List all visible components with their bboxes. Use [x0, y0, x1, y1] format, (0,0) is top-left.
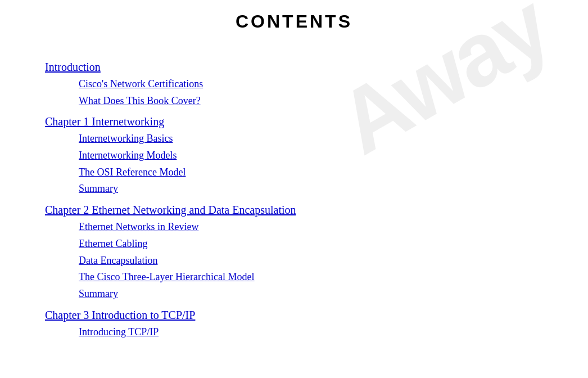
- toc-item-data-encapsulation[interactable]: Data Encapsulation: [45, 253, 543, 269]
- toc-item-ethernet-networks-in-review[interactable]: Ethernet Networks in Review: [45, 219, 543, 236]
- toc-item-cisco-three-layer[interactable]: The Cisco Three-Layer Hierarchical Model: [45, 269, 543, 286]
- page-title: CONTENTS: [45, 11, 543, 32]
- toc-item-internetworking-basics[interactable]: Internetworking Basics: [45, 130, 543, 147]
- toc-item-introducing-tcp-ip[interactable]: Introducing TCP/IP: [45, 324, 543, 341]
- toc-item-summary-ch2[interactable]: Summary: [45, 286, 543, 303]
- toc-item-chapter-2[interactable]: Chapter 2 Ethernet Networking and Data E…: [45, 201, 543, 219]
- toc-item-chapter-3[interactable]: Chapter 3 Introduction to TCP/IP: [45, 306, 543, 324]
- page-content: CONTENTS IntroductionCisco's Network Cer…: [0, 0, 588, 357]
- toc-container: IntroductionCisco's Network Certificatio…: [45, 55, 543, 340]
- toc-item-chapter-1-internetworking[interactable]: Chapter 1 Internetworking: [45, 112, 543, 130]
- toc-item-what-does-this-book-cover[interactable]: What Does This Book Cover?: [45, 93, 543, 110]
- toc-item-ethernet-cabling[interactable]: Ethernet Cabling: [45, 236, 543, 253]
- toc-item-internetworking-models[interactable]: Internetworking Models: [45, 147, 543, 164]
- toc-item-the-osi-reference-model[interactable]: The OSI Reference Model: [45, 164, 543, 181]
- toc-item-summary-ch1[interactable]: Summary: [45, 181, 543, 197]
- toc-item-ciscos-network-certifications[interactable]: Cisco's Network Certifications: [45, 76, 543, 93]
- toc-item-introduction[interactable]: Introduction: [45, 58, 543, 76]
